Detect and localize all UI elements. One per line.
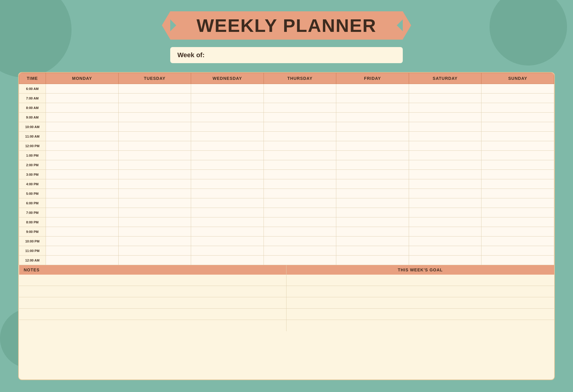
goal-line[interactable]	[286, 320, 554, 331]
schedule-cell[interactable]	[191, 122, 264, 132]
schedule-cell[interactable]	[118, 132, 191, 141]
schedule-cell[interactable]	[191, 179, 264, 189]
schedule-cell[interactable]	[336, 256, 409, 265]
schedule-cell[interactable]	[481, 170, 554, 179]
notes-line[interactable]	[19, 309, 286, 320]
schedule-cell[interactable]	[191, 94, 264, 103]
schedule-cell[interactable]	[191, 246, 264, 256]
schedule-cell[interactable]	[336, 217, 409, 227]
schedule-cell[interactable]	[191, 151, 264, 160]
goal-line[interactable]	[286, 309, 554, 320]
schedule-cell[interactable]	[191, 113, 264, 122]
schedule-cell[interactable]	[118, 198, 191, 208]
schedule-cell[interactable]	[336, 246, 409, 256]
schedule-cell[interactable]	[46, 179, 119, 189]
schedule-cell[interactable]	[191, 141, 264, 151]
schedule-cell[interactable]	[264, 217, 336, 227]
schedule-cell[interactable]	[46, 160, 119, 170]
schedule-cell[interactable]	[409, 189, 481, 198]
schedule-cell[interactable]	[481, 189, 554, 198]
schedule-cell[interactable]	[409, 170, 481, 179]
schedule-cell[interactable]	[481, 227, 554, 237]
schedule-cell[interactable]	[118, 179, 191, 189]
schedule-cell[interactable]	[46, 208, 119, 217]
schedule-cell[interactable]	[191, 198, 264, 208]
schedule-cell[interactable]	[336, 170, 409, 179]
schedule-cell[interactable]	[46, 141, 119, 151]
schedule-cell[interactable]	[46, 227, 119, 237]
schedule-cell[interactable]	[409, 246, 481, 256]
schedule-cell[interactable]	[409, 94, 481, 103]
schedule-cell[interactable]	[264, 179, 336, 189]
schedule-cell[interactable]	[336, 132, 409, 141]
schedule-cell[interactable]	[409, 179, 481, 189]
schedule-cell[interactable]	[191, 132, 264, 141]
schedule-cell[interactable]	[264, 246, 336, 256]
schedule-cell[interactable]	[264, 103, 336, 113]
schedule-cell[interactable]	[481, 113, 554, 122]
schedule-cell[interactable]	[264, 189, 336, 198]
schedule-cell[interactable]	[481, 132, 554, 141]
schedule-cell[interactable]	[46, 132, 119, 141]
schedule-cell[interactable]	[409, 103, 481, 113]
schedule-cell[interactable]	[264, 170, 336, 179]
schedule-cell[interactable]	[118, 160, 191, 170]
schedule-cell[interactable]	[336, 179, 409, 189]
schedule-cell[interactable]	[336, 151, 409, 160]
schedule-cell[interactable]	[264, 132, 336, 141]
schedule-cell[interactable]	[409, 141, 481, 151]
schedule-cell[interactable]	[409, 151, 481, 160]
schedule-cell[interactable]	[409, 113, 481, 122]
schedule-cell[interactable]	[409, 160, 481, 170]
schedule-cell[interactable]	[264, 160, 336, 170]
schedule-cell[interactable]	[481, 237, 554, 246]
schedule-cell[interactable]	[481, 141, 554, 151]
schedule-cell[interactable]	[481, 256, 554, 265]
schedule-cell[interactable]	[264, 198, 336, 208]
schedule-cell[interactable]	[264, 141, 336, 151]
goal-line[interactable]	[286, 286, 554, 297]
schedule-cell[interactable]	[409, 227, 481, 237]
schedule-cell[interactable]	[336, 84, 409, 94]
notes-line[interactable]	[19, 297, 286, 309]
schedule-cell[interactable]	[46, 113, 119, 122]
schedule-cell[interactable]	[481, 103, 554, 113]
schedule-cell[interactable]	[264, 84, 336, 94]
schedule-cell[interactable]	[264, 227, 336, 237]
schedule-cell[interactable]	[46, 94, 119, 103]
schedule-cell[interactable]	[409, 122, 481, 132]
schedule-cell[interactable]	[118, 103, 191, 113]
schedule-cell[interactable]	[191, 160, 264, 170]
schedule-cell[interactable]	[46, 122, 119, 132]
schedule-cell[interactable]	[118, 237, 191, 246]
schedule-cell[interactable]	[118, 189, 191, 198]
notes-line[interactable]	[19, 275, 286, 286]
notes-line[interactable]	[19, 286, 286, 297]
schedule-cell[interactable]	[481, 84, 554, 94]
schedule-cell[interactable]	[336, 141, 409, 151]
schedule-cell[interactable]	[336, 103, 409, 113]
schedule-cell[interactable]	[46, 246, 119, 256]
schedule-cell[interactable]	[336, 160, 409, 170]
schedule-cell[interactable]	[191, 208, 264, 217]
schedule-cell[interactable]	[481, 94, 554, 103]
schedule-cell[interactable]	[264, 94, 336, 103]
schedule-cell[interactable]	[409, 132, 481, 141]
schedule-cell[interactable]	[191, 237, 264, 246]
schedule-cell[interactable]	[118, 217, 191, 227]
schedule-cell[interactable]	[481, 246, 554, 256]
schedule-cell[interactable]	[46, 237, 119, 246]
schedule-cell[interactable]	[191, 256, 264, 265]
schedule-cell[interactable]	[118, 141, 191, 151]
schedule-cell[interactable]	[336, 198, 409, 208]
schedule-cell[interactable]	[409, 84, 481, 94]
schedule-cell[interactable]	[336, 189, 409, 198]
schedule-cell[interactable]	[191, 84, 264, 94]
schedule-cell[interactable]	[118, 227, 191, 237]
schedule-cell[interactable]	[264, 122, 336, 132]
schedule-cell[interactable]	[118, 113, 191, 122]
notes-line[interactable]	[19, 320, 286, 331]
schedule-cell[interactable]	[409, 237, 481, 246]
schedule-cell[interactable]	[409, 208, 481, 217]
schedule-cell[interactable]	[191, 189, 264, 198]
